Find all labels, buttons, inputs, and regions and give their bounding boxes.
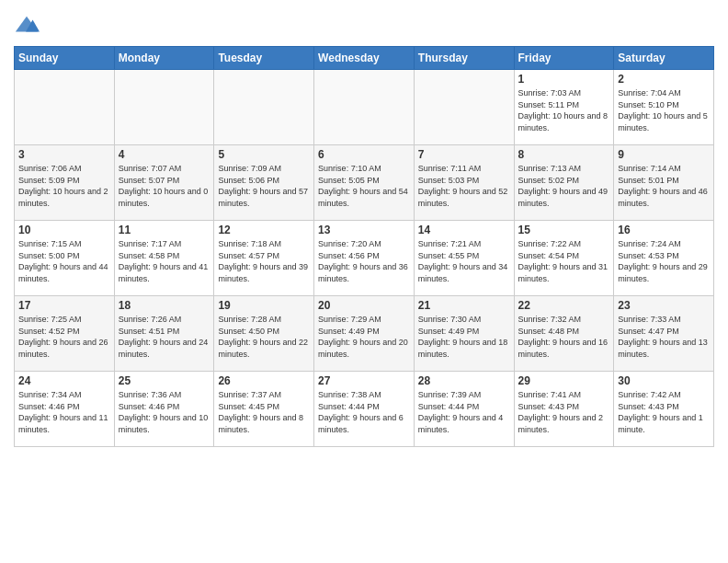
calendar-cell: 6Sunrise: 7:10 AM Sunset: 5:05 PM Daylig… (314, 145, 415, 221)
header (14, 9, 714, 39)
calendar-cell: 14Sunrise: 7:21 AM Sunset: 4:55 PM Dayli… (414, 221, 514, 296)
day-info: Sunrise: 7:17 AM Sunset: 4:58 PM Dayligh… (119, 238, 210, 284)
calendar-cell: 16Sunrise: 7:24 AM Sunset: 4:53 PM Dayli… (614, 221, 714, 296)
weekday-header-thursday: Thursday (414, 47, 514, 70)
day-info: Sunrise: 7:10 AM Sunset: 5:05 PM Dayligh… (318, 163, 410, 209)
day-info: Sunrise: 7:11 AM Sunset: 5:03 PM Dayligh… (418, 163, 510, 209)
day-number: 10 (18, 224, 110, 236)
calendar-cell: 3Sunrise: 7:06 AM Sunset: 5:09 PM Daylig… (15, 145, 115, 221)
day-number: 7 (418, 148, 510, 161)
day-info: Sunrise: 7:06 AM Sunset: 5:09 PM Dayligh… (18, 163, 110, 209)
day-info: Sunrise: 7:33 AM Sunset: 4:47 PM Dayligh… (618, 314, 710, 360)
calendar-cell (214, 70, 314, 145)
day-number: 28 (418, 374, 510, 387)
calendar-cell: 11Sunrise: 7:17 AM Sunset: 4:58 PM Dayli… (114, 221, 214, 296)
calendar-cell: 20Sunrise: 7:29 AM Sunset: 4:49 PM Dayli… (314, 296, 415, 372)
day-info: Sunrise: 7:42 AM Sunset: 4:43 PM Dayligh… (618, 389, 710, 435)
day-info: Sunrise: 7:28 AM Sunset: 4:50 PM Dayligh… (218, 314, 310, 360)
day-number: 21 (418, 299, 510, 312)
calendar-cell: 15Sunrise: 7:22 AM Sunset: 4:54 PM Dayli… (514, 221, 614, 296)
day-info: Sunrise: 7:25 AM Sunset: 4:52 PM Dayligh… (18, 314, 110, 360)
weekday-header-sunday: Sunday (15, 47, 115, 70)
day-number: 11 (119, 224, 210, 236)
day-number: 4 (119, 148, 210, 161)
day-info: Sunrise: 7:18 AM Sunset: 4:57 PM Dayligh… (218, 238, 310, 284)
day-number: 5 (218, 148, 310, 161)
calendar-cell: 28Sunrise: 7:39 AM Sunset: 4:44 PM Dayli… (414, 372, 514, 447)
day-number: 16 (618, 224, 710, 236)
day-number: 12 (218, 224, 310, 236)
weekday-header-friday: Friday (514, 47, 614, 70)
day-number: 9 (618, 148, 710, 161)
weekday-header-tuesday: Tuesday (214, 47, 314, 70)
day-number: 23 (618, 299, 710, 312)
calendar-cell: 29Sunrise: 7:41 AM Sunset: 4:43 PM Dayli… (514, 372, 614, 447)
day-number: 26 (218, 374, 310, 387)
day-number: 15 (518, 224, 610, 236)
week-row-4: 17Sunrise: 7:25 AM Sunset: 4:52 PM Dayli… (15, 296, 714, 372)
day-info: Sunrise: 7:29 AM Sunset: 4:49 PM Dayligh… (318, 314, 410, 360)
calendar-cell: 25Sunrise: 7:36 AM Sunset: 4:46 PM Dayli… (114, 372, 214, 447)
day-info: Sunrise: 7:26 AM Sunset: 4:51 PM Dayligh… (119, 314, 210, 360)
calendar-cell: 4Sunrise: 7:07 AM Sunset: 5:07 PM Daylig… (114, 145, 214, 221)
calendar-cell: 27Sunrise: 7:38 AM Sunset: 4:44 PM Dayli… (314, 372, 415, 447)
day-number: 29 (518, 374, 610, 387)
day-info: Sunrise: 7:41 AM Sunset: 4:43 PM Dayligh… (518, 389, 610, 435)
day-number: 6 (318, 148, 410, 161)
calendar-cell: 26Sunrise: 7:37 AM Sunset: 4:45 PM Dayli… (214, 372, 314, 447)
day-number: 25 (119, 374, 210, 387)
day-number: 20 (318, 299, 410, 312)
calendar-cell: 30Sunrise: 7:42 AM Sunset: 4:43 PM Dayli… (614, 372, 714, 447)
calendar-cell: 9Sunrise: 7:14 AM Sunset: 5:01 PM Daylig… (614, 145, 714, 221)
day-info: Sunrise: 7:13 AM Sunset: 5:02 PM Dayligh… (518, 163, 610, 209)
week-row-5: 24Sunrise: 7:34 AM Sunset: 4:46 PM Dayli… (15, 372, 714, 447)
day-info: Sunrise: 7:36 AM Sunset: 4:46 PM Dayligh… (119, 389, 210, 435)
day-info: Sunrise: 7:07 AM Sunset: 5:07 PM Dayligh… (119, 163, 210, 209)
calendar-cell: 5Sunrise: 7:09 AM Sunset: 5:06 PM Daylig… (214, 145, 314, 221)
day-number: 30 (618, 374, 710, 387)
day-info: Sunrise: 7:22 AM Sunset: 4:54 PM Dayligh… (518, 238, 610, 284)
day-info: Sunrise: 7:30 AM Sunset: 4:49 PM Dayligh… (418, 314, 510, 360)
weekday-header-monday: Monday (114, 47, 214, 70)
logo-icon (14, 13, 40, 39)
day-info: Sunrise: 7:39 AM Sunset: 4:44 PM Dayligh… (418, 389, 510, 435)
day-info: Sunrise: 7:04 AM Sunset: 5:10 PM Dayligh… (618, 87, 710, 133)
calendar-cell: 23Sunrise: 7:33 AM Sunset: 4:47 PM Dayli… (614, 296, 714, 372)
day-number: 22 (518, 299, 610, 312)
day-info: Sunrise: 7:21 AM Sunset: 4:55 PM Dayligh… (418, 238, 510, 284)
calendar-cell: 24Sunrise: 7:34 AM Sunset: 4:46 PM Dayli… (15, 372, 115, 447)
day-number: 27 (318, 374, 410, 387)
day-number: 3 (18, 148, 110, 161)
calendar-cell: 13Sunrise: 7:20 AM Sunset: 4:56 PM Dayli… (314, 221, 415, 296)
calendar-cell: 19Sunrise: 7:28 AM Sunset: 4:50 PM Dayli… (214, 296, 314, 372)
day-info: Sunrise: 7:03 AM Sunset: 5:11 PM Dayligh… (518, 87, 610, 133)
day-info: Sunrise: 7:34 AM Sunset: 4:46 PM Dayligh… (18, 389, 110, 435)
calendar-cell: 17Sunrise: 7:25 AM Sunset: 4:52 PM Dayli… (15, 296, 115, 372)
calendar-cell: 1Sunrise: 7:03 AM Sunset: 5:11 PM Daylig… (514, 70, 614, 145)
day-info: Sunrise: 7:38 AM Sunset: 4:44 PM Dayligh… (318, 389, 410, 435)
calendar-cell (414, 70, 514, 145)
day-info: Sunrise: 7:14 AM Sunset: 5:01 PM Dayligh… (618, 163, 710, 209)
calendar-cell: 18Sunrise: 7:26 AM Sunset: 4:51 PM Dayli… (114, 296, 214, 372)
day-info: Sunrise: 7:32 AM Sunset: 4:48 PM Dayligh… (518, 314, 610, 360)
day-number: 18 (119, 299, 210, 312)
week-row-2: 3Sunrise: 7:06 AM Sunset: 5:09 PM Daylig… (15, 145, 714, 221)
day-info: Sunrise: 7:15 AM Sunset: 5:00 PM Dayligh… (18, 238, 110, 284)
week-row-3: 10Sunrise: 7:15 AM Sunset: 5:00 PM Dayli… (15, 221, 714, 296)
day-number: 24 (18, 374, 110, 387)
weekday-header-saturday: Saturday (614, 47, 714, 70)
day-number: 17 (18, 299, 110, 312)
weekday-header-row: SundayMondayTuesdayWednesdayThursdayFrid… (15, 47, 714, 70)
day-number: 8 (518, 148, 610, 161)
calendar-cell: 10Sunrise: 7:15 AM Sunset: 5:00 PM Dayli… (15, 221, 115, 296)
calendar-cell: 7Sunrise: 7:11 AM Sunset: 5:03 PM Daylig… (414, 145, 514, 221)
calendar-cell: 21Sunrise: 7:30 AM Sunset: 4:49 PM Dayli… (414, 296, 514, 372)
calendar-cell (114, 70, 214, 145)
calendar-table: SundayMondayTuesdayWednesdayThursdayFrid… (14, 46, 714, 447)
calendar-cell: 8Sunrise: 7:13 AM Sunset: 5:02 PM Daylig… (514, 145, 614, 221)
calendar-cell: 12Sunrise: 7:18 AM Sunset: 4:57 PM Dayli… (214, 221, 314, 296)
page-container: SundayMondayTuesdayWednesdayThursdayFrid… (0, 0, 728, 456)
day-info: Sunrise: 7:37 AM Sunset: 4:45 PM Dayligh… (218, 389, 310, 435)
day-info: Sunrise: 7:24 AM Sunset: 4:53 PM Dayligh… (618, 238, 710, 284)
calendar-cell (314, 70, 415, 145)
